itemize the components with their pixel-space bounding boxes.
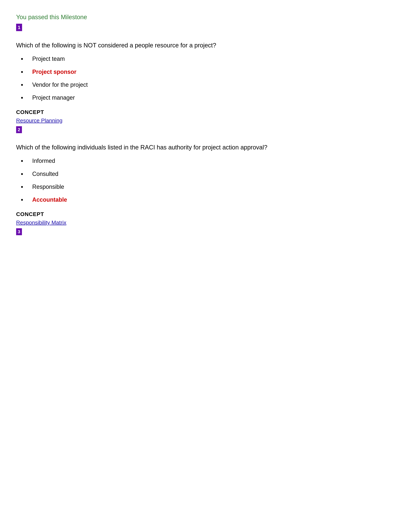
question-1-text: Which of the following is NOT considered… bbox=[16, 41, 395, 50]
responsibility-matrix-link[interactable]: Responsibility Matrix bbox=[16, 219, 395, 227]
question-1-section: Which of the following is NOT considered… bbox=[16, 41, 395, 140]
option-1-3: Vendor for the project bbox=[32, 81, 395, 89]
list-item: Vendor for the project bbox=[26, 81, 395, 89]
milestone-section: You passed this Milestone 1 bbox=[16, 13, 395, 38]
question-2-text: Which of the following individuals liste… bbox=[16, 143, 395, 152]
option-1-4: Project manager bbox=[32, 94, 395, 102]
resource-planning-link[interactable]: Resource Planning bbox=[16, 117, 395, 124]
option-1-2: Project sponsor bbox=[32, 68, 395, 76]
question-1-options: Project team Project sponsor Vendor for … bbox=[16, 55, 395, 102]
list-item: Consulted bbox=[26, 170, 395, 178]
milestone-passed-label: You passed this Milestone bbox=[16, 13, 395, 21]
option-2-1: Informed bbox=[32, 157, 395, 165]
option-1-1: Project team bbox=[32, 55, 395, 63]
milestone-number-3: 3 bbox=[16, 228, 22, 235]
list-item: Responsible bbox=[26, 183, 395, 191]
option-2-2: Consulted bbox=[32, 170, 395, 178]
list-item: Project team bbox=[26, 55, 395, 63]
milestone-number-2: 2 bbox=[16, 126, 22, 133]
question-2-options: Informed Consulted Responsible Accountab… bbox=[16, 157, 395, 204]
option-2-4: Accountable bbox=[32, 196, 395, 204]
list-item: Informed bbox=[26, 157, 395, 165]
question-2-section: Which of the following individuals liste… bbox=[16, 143, 395, 242]
list-item: Accountable bbox=[26, 196, 395, 204]
list-item: Project sponsor bbox=[26, 68, 395, 76]
list-item: Project manager bbox=[26, 94, 395, 102]
option-2-3: Responsible bbox=[32, 183, 395, 191]
milestone-number-1: 1 bbox=[16, 24, 22, 31]
concept-label-2: CONCEPT bbox=[16, 210, 395, 218]
concept-label-1: CONCEPT bbox=[16, 108, 395, 116]
